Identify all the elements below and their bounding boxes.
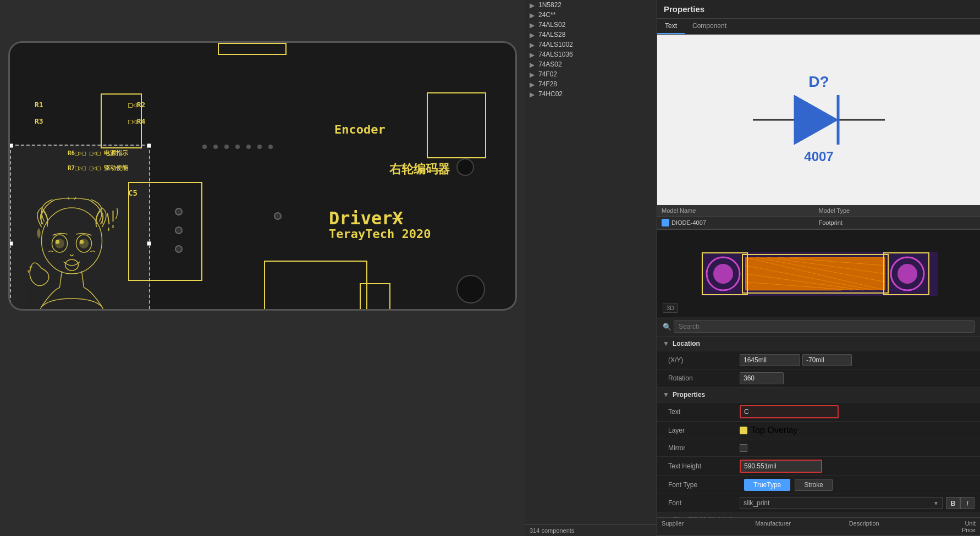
model-name-header: Model Name	[662, 207, 819, 214]
pad-dot	[268, 145, 273, 149]
component-list-item[interactable]: ▶74ALS1036	[525, 49, 657, 59]
font-name-value: silk_print	[744, 499, 769, 507]
3d-label: 3D	[663, 303, 678, 313]
rotation-row: Rotation	[657, 369, 980, 388]
mirror-checkbox[interactable]	[740, 444, 747, 452]
font-name-label: Font	[668, 499, 740, 507]
comp-item-name: 1N5822	[538, 1, 561, 9]
comp-item-name: 74ALS1036	[538, 51, 573, 58]
mr-pad-left	[278, 310, 294, 311]
selection-handle-ml[interactable]	[9, 241, 13, 246]
tab-text[interactable]: Text	[657, 19, 685, 34]
pad-dot	[213, 145, 218, 149]
svg-text:4007: 4007	[804, 149, 833, 164]
mount-hole-1	[456, 158, 474, 176]
comp-item-name: 74F28	[538, 80, 557, 88]
text-value-input[interactable]	[740, 405, 839, 418]
section-location-label: Location	[673, 340, 700, 347]
svg-point-16	[713, 264, 733, 284]
mount-hole-2	[456, 275, 485, 303]
supplier-table: Supplier Manufacturer Description UnitPr…	[657, 517, 980, 536]
font-name-display[interactable]: silk_print ▼	[740, 497, 943, 509]
pcb-ref-r6: R6□▷□ □◁□ 电源指示	[68, 149, 128, 157]
comp-expand-arrow: ▶	[530, 12, 536, 18]
component-list-item[interactable]: ▶74AS02	[525, 59, 657, 69]
pcb-canvas[interactable]: R1 R3 □◁R2 □◁R4 C5 Encoder DriverX Teray…	[0, 0, 525, 536]
text-height-input[interactable]	[740, 460, 822, 473]
pcb-ref-r7: R7□▷□ □◁□ 驱动使能	[68, 164, 128, 172]
comp-expand-arrow: ▶	[530, 91, 536, 97]
layer-value: Top Overlay	[751, 426, 797, 435]
stroke-button[interactable]: Stroke	[795, 479, 833, 491]
section-properties[interactable]: ▼ Properties	[657, 388, 980, 402]
selection-handle-tl[interactable]	[9, 143, 13, 148]
component-list-item[interactable]: ▶74ALS28	[525, 30, 657, 40]
location-xy-row: (X/Y)	[657, 351, 980, 369]
mirror-row: Mirror	[657, 439, 980, 457]
tab-component[interactable]: Component	[685, 19, 734, 34]
pcb-board: R1 R3 □◁R2 □◁R4 C5 Encoder DriverX Teray…	[8, 41, 517, 311]
mr-pad-right	[357, 310, 373, 311]
component-pad	[175, 226, 183, 234]
comp-expand-arrow: ▶	[530, 81, 536, 87]
unit-price-col-header: UnitPrice	[943, 520, 976, 533]
pad-dot	[246, 145, 251, 149]
mirror-checkbox-group	[740, 444, 747, 452]
component-list-item[interactable]: ▶74ALS1002	[525, 40, 657, 49]
top-connector	[218, 43, 287, 55]
pcb-ref-driverx: DriverX	[329, 208, 403, 229]
component-list-item[interactable]: ▶74HC02	[525, 89, 657, 99]
svg-text:D?: D?	[808, 73, 829, 90]
component-library-panel: ▶1N5822▶24C**▶74ALS02▶74ALS28▶74ALS1002▶…	[525, 0, 657, 536]
xy-label: (X/Y)	[668, 356, 740, 364]
pcb-3d-view	[657, 230, 980, 317]
comp-expand-arrow: ▶	[530, 51, 536, 58]
anime-sketch	[21, 197, 123, 311]
pad-dot	[224, 145, 229, 149]
component-list-item[interactable]: ▶1N5822	[525, 0, 657, 10]
component-list-item[interactable]: ▶74F02	[525, 69, 657, 79]
xy-x-input[interactable]	[740, 354, 800, 366]
pcb-ref-r3: R3	[35, 117, 43, 125]
properties-search-input[interactable]	[674, 321, 975, 333]
comp-item-name: 74F02	[538, 70, 557, 78]
svg-point-5	[56, 240, 59, 244]
rotation-input[interactable]	[740, 372, 784, 384]
mirror-label: Mirror	[668, 444, 740, 452]
comp-item-name: 74ALS02	[538, 21, 565, 29]
font-name-row: Font silk_print ▼ B I	[657, 494, 980, 512]
pcb-ref-r2: □◁R2	[128, 101, 145, 109]
pcb-ref-right-encoder: 右轮编码器	[389, 161, 450, 178]
component-list-item[interactable]: ▶24C**	[525, 10, 657, 20]
rotation-label: Rotation	[668, 374, 740, 382]
component-list-item[interactable]: ▶74ALS02	[525, 20, 657, 30]
component-pad	[175, 245, 183, 253]
supplier-header: Supplier Manufacturer Description UnitPr…	[657, 518, 980, 536]
font-type-row: Font Type TrueType Stroke	[657, 476, 980, 494]
layer-select[interactable]: Top Overlay	[740, 426, 975, 435]
pcb-ref-c5: C5	[128, 189, 137, 197]
truetype-button[interactable]: TrueType	[744, 479, 790, 491]
comp-expand-arrow: ▶	[530, 21, 536, 28]
pcb-ref-mr: MR	[227, 308, 240, 311]
component-preview: D? 4007	[657, 35, 980, 205]
section-size[interactable]: ▼ Size (Width/Height)	[657, 512, 980, 517]
pad-dot	[257, 145, 262, 149]
pcb-ref-encoder: Encoder	[334, 123, 386, 136]
italic-button[interactable]: I	[960, 497, 975, 509]
text-prop-label: Text	[668, 408, 740, 416]
model-type-value: Footprint	[819, 219, 976, 226]
selection-handle-tr[interactable]	[147, 143, 151, 148]
diode-symbol: D? 4007	[753, 70, 885, 169]
section-arrow-location: ▼	[663, 340, 669, 347]
section-location[interactable]: ▼ Location	[657, 336, 980, 351]
component-list-item[interactable]: ▶74F28	[525, 79, 657, 89]
bold-button[interactable]: B	[946, 497, 960, 509]
section-properties-label: Properties	[673, 391, 705, 399]
supplier-col-header: Supplier	[662, 520, 755, 533]
component-list[interactable]: ▶1N5822▶24C**▶74ALS02▶74ALS28▶74ALS1002▶…	[525, 0, 657, 524]
svg-point-0	[42, 208, 102, 274]
svg-point-7	[65, 259, 79, 270]
xy-y-input[interactable]	[802, 354, 852, 366]
mr-box	[264, 261, 367, 311]
